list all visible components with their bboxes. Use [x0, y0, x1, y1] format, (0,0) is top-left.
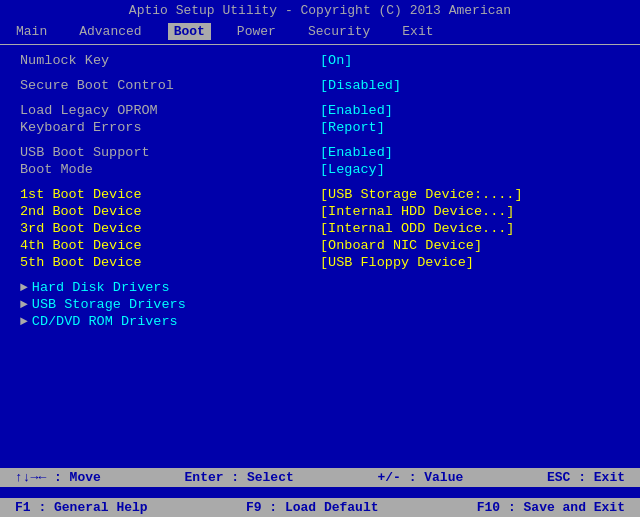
value-keyboard-errors[interactable]: [Report] — [320, 120, 385, 135]
menu-item-security[interactable]: Security — [302, 23, 376, 40]
section-usb-storage[interactable]: ► USB Storage Drivers — [20, 297, 620, 312]
label-cddvd-rom: CD/DVD ROM Drivers — [32, 314, 178, 329]
value-legacy-oprom[interactable]: [Enabled] — [320, 103, 393, 118]
arrow-hard-disk-icon: ► — [20, 280, 28, 295]
status-value: +/- : Value — [377, 470, 463, 485]
label-hard-disk: Hard Disk Drivers — [32, 280, 170, 295]
setting-1st-boot: 1st Boot Device [USB Storage Device:....… — [20, 187, 620, 202]
label-2nd-boot: 2nd Boot Device — [20, 204, 320, 219]
label-usb-storage: USB Storage Drivers — [32, 297, 186, 312]
value-usb-boot[interactable]: [Enabled] — [320, 145, 393, 160]
label-legacy-oprom: Load Legacy OPROM — [20, 103, 320, 118]
status-f9: F9 : Load Default — [246, 500, 379, 515]
menu-item-main[interactable]: Main — [10, 23, 53, 40]
menu-bar: Main Advanced Boot Power Security Exit — [0, 21, 640, 45]
main-content: Numlock Key [On] Secure Boot Control [Di… — [0, 45, 640, 445]
status-bar-1: ↑↓→← : Move Enter : Select +/- : Value E… — [0, 468, 640, 487]
value-secure-boot[interactable]: [Disabled] — [320, 78, 401, 93]
status-select: Enter : Select — [185, 470, 294, 485]
setting-3rd-boot: 3rd Boot Device [Internal ODD Device...] — [20, 221, 620, 236]
menu-item-advanced[interactable]: Advanced — [73, 23, 147, 40]
title-bar: Aptio Setup Utility - Copyright (C) 2013… — [0, 0, 640, 21]
setting-boot-mode: Boot Mode [Legacy] — [20, 162, 620, 177]
menu-item-boot[interactable]: Boot — [168, 23, 211, 40]
title-text: Aptio Setup Utility - Copyright (C) 2013… — [129, 3, 511, 18]
label-secure-boot: Secure Boot Control — [20, 78, 320, 93]
menu-item-exit[interactable]: Exit — [396, 23, 439, 40]
status-move: ↑↓→← : Move — [15, 470, 101, 485]
arrow-usb-storage-icon: ► — [20, 297, 28, 312]
label-5th-boot: 5th Boot Device — [20, 255, 320, 270]
section-hard-disk[interactable]: ► Hard Disk Drivers — [20, 280, 620, 295]
value-2nd-boot[interactable]: [Internal HDD Device...] — [320, 204, 514, 219]
value-4th-boot[interactable]: [Onboard NIC Device] — [320, 238, 482, 253]
value-boot-mode[interactable]: [Legacy] — [320, 162, 385, 177]
value-numlock[interactable]: [On] — [320, 53, 352, 68]
setting-keyboard-errors: Keyboard Errors [Report] — [20, 120, 620, 135]
setting-4th-boot: 4th Boot Device [Onboard NIC Device] — [20, 238, 620, 253]
setting-5th-boot: 5th Boot Device [USB Floppy Device] — [20, 255, 620, 270]
label-keyboard-errors: Keyboard Errors — [20, 120, 320, 135]
label-1st-boot: 1st Boot Device — [20, 187, 320, 202]
setting-usb-boot: USB Boot Support [Enabled] — [20, 145, 620, 160]
label-3rd-boot: 3rd Boot Device — [20, 221, 320, 236]
setting-legacy-oprom: Load Legacy OPROM [Enabled] — [20, 103, 620, 118]
value-1st-boot[interactable]: [USB Storage Device:....] — [320, 187, 523, 202]
value-3rd-boot[interactable]: [Internal ODD Device...] — [320, 221, 514, 236]
label-usb-boot: USB Boot Support — [20, 145, 320, 160]
menu-item-power[interactable]: Power — [231, 23, 282, 40]
status-bar-2: F1 : General Help F9 : Load Default F10 … — [0, 498, 640, 517]
status-f1: F1 : General Help — [15, 500, 148, 515]
label-boot-mode: Boot Mode — [20, 162, 320, 177]
label-numlock: Numlock Key — [20, 53, 320, 68]
setting-secure-boot: Secure Boot Control [Disabled] — [20, 78, 620, 93]
status-f10: F10 : Save and Exit — [477, 500, 625, 515]
section-cddvd-rom[interactable]: ► CD/DVD ROM Drivers — [20, 314, 620, 329]
setting-2nd-boot: 2nd Boot Device [Internal HDD Device...] — [20, 204, 620, 219]
setting-numlock: Numlock Key [On] — [20, 53, 620, 68]
label-4th-boot: 4th Boot Device — [20, 238, 320, 253]
value-5th-boot[interactable]: [USB Floppy Device] — [320, 255, 474, 270]
status-esc: ESC : Exit — [547, 470, 625, 485]
arrow-cddvd-icon: ► — [20, 314, 28, 329]
